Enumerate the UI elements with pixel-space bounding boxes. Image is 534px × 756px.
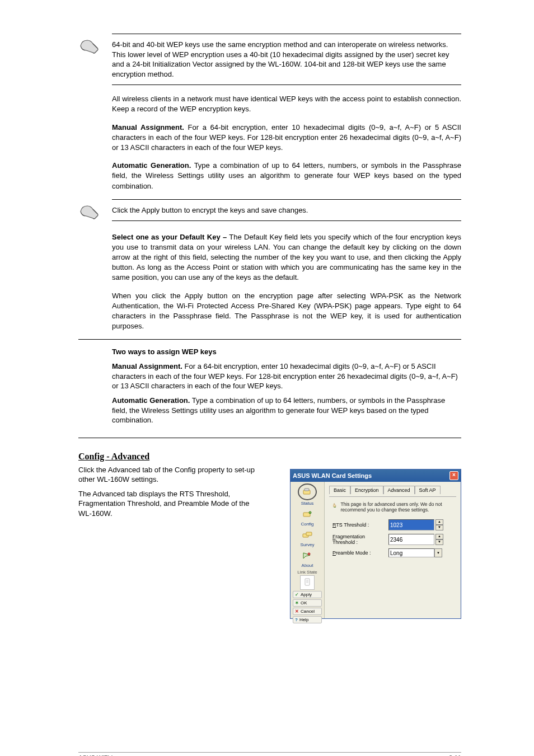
sidebar-item-status-label: Status (292, 501, 323, 506)
spinner-arrows[interactable]: ▲ ▼ (435, 534, 443, 545)
preamble-row: Preamble Mode : ▼ (329, 548, 456, 557)
two-ways-heading: Two ways to assign WEP keys (112, 348, 461, 356)
label-manual-assignment: Manual Assignment. (112, 123, 184, 132)
page-footer: ASUS WiFi-b 3-11 (78, 752, 461, 756)
sidebar-item-status-icon[interactable] (298, 483, 317, 500)
question-icon: ? (295, 617, 298, 622)
cancel-button[interactable]: ✕ Cancel (293, 608, 322, 615)
note-content-2: Click the Apply button to encrypt the ke… (112, 199, 461, 222)
chevron-down-icon[interactable]: ▼ (434, 548, 442, 557)
rts-input[interactable] (388, 519, 434, 530)
help-button[interactable]: ? Help (293, 616, 322, 623)
chevron-down-icon[interactable]: ▼ (435, 525, 443, 530)
label-auto-generation: Automatic Generation. (112, 161, 191, 170)
frag-input[interactable] (388, 534, 434, 545)
tab-advanced[interactable]: Advanced (383, 486, 415, 494)
hand-note-icon (78, 201, 101, 222)
para-wpa-psk: When you click the Apply button on the e… (112, 291, 461, 332)
two-ways-block: Two ways to assign WEP keys Manual Assig… (78, 339, 461, 438)
dialog-titlebar[interactable]: ASUS WLAN Card Settings × (291, 469, 461, 482)
ok-icon: ✶ (295, 600, 299, 605)
asus-wlan-dialog: ASUS WLAN Card Settings × Status Config (290, 469, 461, 619)
way-auto-bold: Automatic Generation. (112, 396, 190, 405)
dialog-title-text: ASUS WLAN Card Settings (293, 472, 372, 479)
pointer-icon (332, 501, 337, 509)
link-state-label: Link State (292, 570, 323, 575)
dialog-panel: Basic Encryption Advanced Soft AP This p… (325, 482, 461, 618)
chevron-up-icon[interactable]: ▲ (435, 519, 443, 525)
svg-rect-8 (334, 507, 336, 508)
hand-note-icon (78, 36, 101, 56)
tab-softap[interactable]: Soft AP (415, 486, 441, 494)
apply-button[interactable]: ✓ Apply (293, 591, 322, 598)
label-select-default: Select one as your Default Key – (112, 233, 227, 241)
dialog-screenshot: ASUS WLAN Card Settings × Status Config (290, 469, 461, 619)
frag-row: Fragmentation Threshold : ▲ ▼ (329, 534, 456, 545)
tab-encryption[interactable]: Encryption (350, 486, 383, 494)
section-heading-config-advanced: Config - Advanced (78, 452, 461, 462)
help-button-label: Help (299, 617, 308, 622)
info-text: This page is for advanced users only. We… (340, 501, 456, 513)
rts-row: RTS Threshold : ▲ ▼ (329, 519, 456, 530)
spinner-arrows[interactable]: ▲ ▼ (435, 519, 443, 530)
sidebar-item-survey-label: Survey (292, 542, 323, 547)
note-content-1: 64-bit and 40-bit WEP keys use the same … (112, 34, 461, 85)
tab-underline (329, 496, 456, 497)
svg-rect-1 (305, 489, 309, 491)
sidebar-item-config-label: Config (292, 522, 323, 527)
section-para-2: The Advanced tab displays the RTS Thresh… (78, 489, 257, 519)
note-icon-col (78, 34, 112, 58)
note-text-1: 64-bit and 40-bit WEP keys use the same … (112, 40, 461, 79)
sidebar-item-config-icon[interactable] (299, 508, 315, 521)
para-manual: Manual Assignment. For a 64-bit encrypti… (112, 123, 461, 153)
preamble-label: Preamble Mode : (332, 550, 388, 556)
tab-basic[interactable]: Basic (329, 486, 350, 494)
note-icon-col-2 (78, 199, 112, 223)
section-para-1: Click the Advanced tab of the Config pro… (78, 465, 257, 485)
x-icon: ✕ (295, 609, 299, 614)
sidebar-item-survey-icon[interactable] (299, 528, 315, 542)
link-state-icon (300, 575, 315, 590)
svg-rect-7 (305, 579, 310, 585)
info-row: This page is for advanced users only. We… (329, 501, 456, 513)
frag-spinner[interactable]: ▲ ▼ (388, 534, 443, 545)
note-text-2: Click the Apply button to encrypt the ke… (112, 205, 461, 215)
way-manual-bold: Manual Assignment. (112, 362, 182, 370)
ok-button[interactable]: ✶ OK (293, 599, 322, 607)
para-auto: Automatic Generation. Type a combination… (112, 161, 461, 191)
tab-bar: Basic Encryption Advanced Soft AP (329, 485, 456, 494)
para-select-default: Select one as your Default Key – The Def… (112, 232, 461, 283)
ok-button-label: OK (301, 600, 307, 605)
dialog-body: Status Config Survey About Link State (291, 482, 461, 618)
rts-label: RTS Threshold : (332, 522, 388, 528)
para-identical-keys: All wireless clients in a network must h… (112, 94, 461, 114)
preamble-combo[interactable]: ▼ (388, 548, 442, 557)
check-icon: ✓ (295, 592, 299, 597)
preamble-input[interactable] (388, 548, 434, 557)
apply-button-label: Apply (301, 592, 312, 597)
cancel-button-label: Cancel (301, 609, 315, 614)
sidebar-item-about-icon[interactable] (299, 549, 315, 562)
svg-point-6 (308, 553, 310, 555)
dialog-sidebar: Status Config Survey About Link State (291, 482, 325, 618)
svg-point-3 (309, 511, 311, 514)
chevron-up-icon[interactable]: ▲ (435, 534, 443, 539)
sidebar-item-about-label: About (292, 563, 323, 568)
chevron-down-icon[interactable]: ▼ (435, 539, 443, 545)
note-block-1: 64-bit and 40-bit WEP keys use the same … (78, 34, 461, 85)
frag-label: Fragmentation Threshold : (332, 534, 388, 545)
way-auto: Automatic Generation. Type a combination… (112, 396, 461, 425)
way-manual: Manual Assignment. For a 64-bit encrypti… (112, 361, 461, 391)
close-icon[interactable]: × (449, 471, 458, 480)
svg-rect-5 (306, 532, 312, 536)
rts-spinner[interactable]: ▲ ▼ (388, 519, 443, 530)
note-block-2: Click the Apply button to encrypt the ke… (78, 199, 461, 223)
